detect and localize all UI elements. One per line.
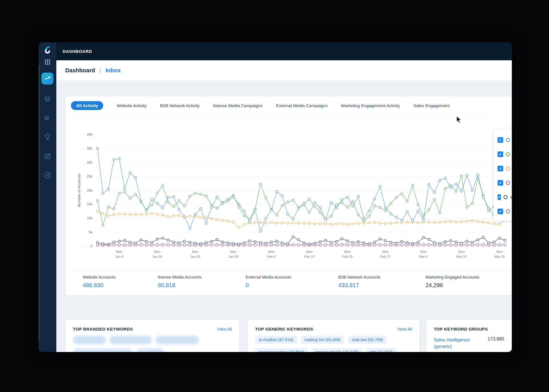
nav-layers-icon[interactable] [39, 95, 56, 103]
tab-external-media-campaigns[interactable]: External Media Campaigns [276, 101, 328, 110]
svg-text:Mon: Mon [154, 250, 160, 253]
legend-item-sales-engagement[interactable]: ✓Sales Engagement [498, 204, 512, 219]
keyword-group-row: Sales Intelligence (generic)173,980 [434, 337, 504, 350]
series-marker-icon [506, 167, 510, 171]
legend-checkbox-icon[interactable]: ✓ [498, 151, 503, 157]
tab-all-activity[interactable]: All Activity [71, 101, 103, 110]
stat-label: Website Accounts [83, 275, 116, 279]
legend-item-website-activity[interactable]: ✓Website Activity [498, 133, 512, 147]
svg-text:Mon: Mon [230, 250, 236, 253]
svg-text:Jan 30: Jan 30 [228, 255, 238, 258]
svg-text:Jan 9: Jan 9 [115, 255, 123, 258]
keyword-chip[interactable]: cdp (27,237) [366, 348, 396, 352]
svg-text:Mar 13: Mar 13 [456, 255, 467, 258]
legend-item-b2b-network-activity[interactable]: ✓B2B Network Activity [498, 147, 512, 161]
legend-checkbox-icon[interactable]: ✓ [498, 166, 503, 171]
stat-value[interactable]: 60,818 [158, 282, 202, 289]
breadcrumb-inbox-link[interactable]: Inbox [106, 67, 121, 73]
stat-label: B2B Network Accounts [338, 275, 381, 279]
app-grid-icon[interactable] [39, 59, 56, 65]
svg-text:Jan 23: Jan 23 [190, 255, 200, 258]
legend-item-external-media-campaigns[interactable]: ✓External Media Campaigns [498, 176, 512, 190]
nav-megaphone-icon[interactable] [39, 114, 56, 122]
series-marker-icon [506, 152, 510, 156]
stat-external-media-accounts: External Media Accounts0 [246, 275, 291, 289]
keyword-chip[interactable]: ai chatbot (97,516) [255, 336, 297, 344]
svg-text:Feb 20: Feb 20 [342, 255, 353, 258]
accounts-line-chart[interactable]: 05k10k15k20k25k30k35k40kNumber of Accoun… [72, 115, 512, 263]
generic-card-title: TOP GENERIC KEYWORDS [255, 327, 313, 331]
keyword-chip[interactable]: chat bot (60,709) [348, 336, 387, 344]
legend-item-marketing-engagement-activity[interactable]: ✓Marketing Engagement Activity [498, 190, 512, 204]
sixsense-logo-icon [39, 46, 56, 54]
nav-gauge-icon[interactable] [39, 171, 56, 179]
chart-legend-flyout: ✓Website Activity✓B2B Network Activity✓6… [494, 129, 512, 221]
stat-value: 24,296 [425, 282, 480, 289]
svg-text:10k: 10k [87, 216, 93, 220]
keyword-chip[interactable]: mailing list (93,469) [301, 336, 344, 344]
branded-card-title: TOP BRANDED KEYWORDS [73, 327, 133, 331]
keyword-group-rows: Sales Intelligence (generic)173,980Drift [434, 337, 504, 352]
stat-website-accounts: Website Accounts486,830 [83, 275, 116, 289]
svg-text:20k: 20k [87, 189, 93, 193]
nav-lightbulb-icon[interactable] [39, 133, 56, 141]
branded-blurred-chips [73, 336, 232, 352]
svg-text:Mon: Mon [420, 250, 427, 253]
legend-checkbox-icon[interactable]: ✓ [498, 137, 503, 143]
keyword-chip[interactable]: lead generation (32,564) [255, 348, 308, 352]
legend-checkbox-icon[interactable]: ✓ [498, 194, 501, 200]
stat-marketing-engaged-accounts: Marketing Engaged Accounts24,296 [425, 275, 480, 289]
tab-sales-engagement[interactable]: Sales Engagement [413, 101, 450, 110]
app-window: DASHBOARD Dashboard | Inbox All Activity… [39, 42, 512, 352]
tab-marketing-engagement-activity[interactable]: Marketing Engagement Activity [341, 101, 400, 110]
svg-text:Mon: Mon [192, 250, 198, 253]
stat-value[interactable]: 0 [246, 282, 291, 289]
legend-label: Marketing Engagement Activity [510, 195, 512, 199]
branded-view-all-link[interactable]: View All [217, 327, 232, 331]
keyword-group-link[interactable]: Sales Intelligence (generic) [434, 337, 482, 350]
svg-text:Mon: Mon [344, 250, 351, 253]
stat-value[interactable]: 486,830 [83, 282, 116, 289]
keyword-group-value: 173,980 [488, 337, 504, 350]
breadcrumb-bar: Dashboard | Inbox [56, 60, 512, 81]
keyword-chip[interactable]: contact details (27,719) [311, 348, 362, 352]
svg-text:Mar 6: Mar 6 [419, 255, 427, 258]
blurred-keyword-chip [136, 349, 164, 352]
stat-6sense-media-accounts: 6sense Media Accounts60,818 [158, 275, 202, 289]
page-title: DASHBOARD [63, 49, 92, 54]
main-content: Dashboard | Inbox All ActivityWebsite Ac… [56, 60, 512, 352]
svg-text:Mon: Mon [116, 250, 122, 253]
generic-view-all-link[interactable]: View All [397, 327, 412, 331]
activity-tabs: All ActivityWebsite ActivityB2B Network … [71, 101, 449, 110]
blurred-keyword-chip [110, 336, 152, 344]
nav-analytics-active[interactable] [39, 73, 56, 85]
stat-value[interactable]: 433,917 [338, 282, 381, 289]
svg-text:Mar 20: Mar 20 [494, 255, 505, 258]
svg-text:Feb 6: Feb 6 [267, 255, 275, 258]
stat-label: External Media Accounts [246, 275, 291, 279]
tab-website-activity[interactable]: Website Activity [117, 101, 147, 110]
svg-text:35k: 35k [87, 147, 93, 151]
svg-text:Mon: Mon [306, 250, 313, 253]
svg-text:Mon: Mon [458, 250, 465, 253]
legend-checkbox-icon[interactable]: ✓ [498, 180, 503, 186]
blurred-keyword-chip [73, 349, 132, 352]
nav-contacts-icon[interactable] [39, 153, 56, 160]
account-stats-row: Website Accounts486,8306sense Media Acco… [65, 270, 512, 295]
svg-text:5k: 5k [89, 230, 93, 234]
svg-text:25k: 25k [87, 175, 93, 179]
generic-keyword-chips: ai chatbot (97,516)mailing list (93,469)… [255, 336, 412, 352]
series-marker-icon [506, 209, 510, 213]
legend-checkbox-icon[interactable]: ✓ [498, 209, 503, 214]
svg-text:0: 0 [90, 244, 92, 248]
series-marker-icon [504, 195, 508, 199]
svg-text:Feb 27: Feb 27 [380, 255, 391, 258]
tab-6sense-media-campaigns[interactable]: 6sense Media Campaigns [213, 101, 262, 110]
tab-b2b-network-activity[interactable]: B2B Network Activity [160, 101, 200, 110]
svg-text:Mon: Mon [496, 250, 503, 253]
blurred-keyword-chip [73, 336, 106, 344]
activity-chart-card: All ActivityWebsite ActivityB2B Network … [65, 96, 512, 295]
top-generic-keywords-card: TOP GENERIC KEYWORDS View All ai chatbot… [247, 319, 420, 352]
svg-text:Mon: Mon [382, 250, 389, 253]
legend-item-6sense-media-campaigns[interactable]: ✓6sense Media Campaigns [498, 161, 512, 176]
